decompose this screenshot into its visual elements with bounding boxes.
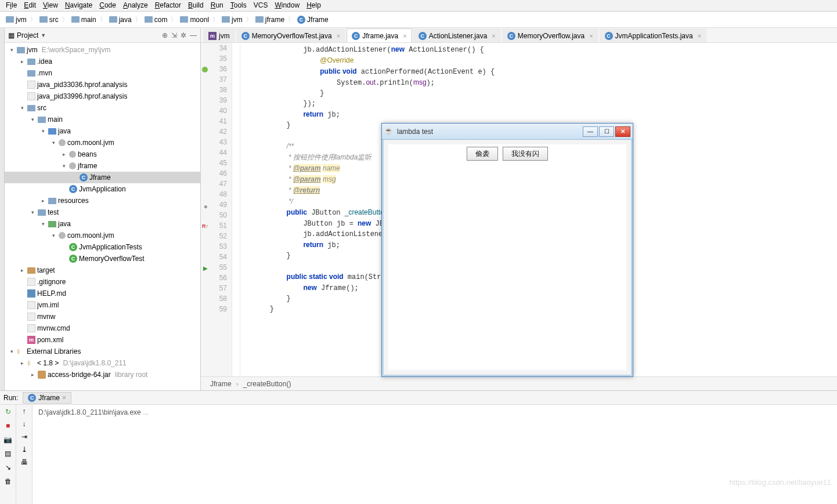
tab-ActionListener-java[interactable]: CActionListener.java× bbox=[413, 28, 501, 42]
breadcrumb-jvm[interactable]: jvm bbox=[219, 16, 245, 24]
close-button[interactable]: ✕ bbox=[615, 126, 630, 137]
minimize-button[interactable]: — bbox=[583, 126, 598, 137]
menu-analyze[interactable]: Analyze bbox=[120, 0, 151, 11]
tree-mvnw-cmd[interactable]: ▸mvnw.cmd bbox=[5, 322, 200, 334]
close-icon[interactable]: × bbox=[589, 32, 593, 39]
tree-MemoryOverflowTest[interactable]: ▸CMemoryOverflowTest bbox=[5, 253, 200, 264]
tree-resources[interactable]: ▸resources bbox=[5, 195, 200, 206]
breadcrumb-moonl[interactable]: moonl bbox=[178, 16, 211, 24]
swing-titlebar[interactable]: ☕ lambda test — ☐ ✕ bbox=[382, 124, 633, 140]
scroll-icon[interactable]: ⤓ bbox=[21, 445, 27, 454]
tree-External-Libraries[interactable]: ▾⫴External Libraries bbox=[5, 346, 200, 357]
breadcrumb-Jframe[interactable]: CJframe bbox=[295, 16, 331, 24]
pin-icon[interactable]: ↘ bbox=[3, 463, 13, 472]
tree-arrow-icon[interactable]: ▾ bbox=[8, 349, 15, 354]
wrap-icon[interactable]: ⇥ bbox=[21, 433, 27, 441]
select-opened-file-icon[interactable]: ⊕ bbox=[162, 31, 168, 39]
tree-Jframe[interactable]: ▸CJframe bbox=[5, 172, 200, 183]
tree--mvn[interactable]: ▸.mvn bbox=[5, 67, 200, 79]
tree-arrow-icon[interactable]: ▾ bbox=[19, 105, 26, 111]
tree-arrow-icon[interactable]: ▾ bbox=[50, 233, 57, 238]
tree-JvmApplication[interactable]: ▸CJvmApplication bbox=[5, 183, 200, 195]
menu-tools[interactable]: Tools bbox=[227, 0, 250, 11]
stop-icon[interactable]: ■ bbox=[3, 421, 13, 430]
tree-java[interactable]: ▾java bbox=[5, 125, 200, 137]
swing-button-1[interactable]: 偷袭 bbox=[467, 147, 498, 161]
tree-arrow-icon[interactable]: ▸ bbox=[29, 372, 36, 378]
tree-arrow-icon[interactable]: ▾ bbox=[29, 117, 36, 122]
menu-build[interactable]: Build bbox=[185, 0, 207, 11]
maximize-button[interactable]: ☐ bbox=[599, 126, 614, 137]
dump-icon[interactable]: 📷 bbox=[3, 435, 13, 444]
breadcrumb-jvm[interactable]: jvm bbox=[3, 16, 29, 24]
tree-pom-xml[interactable]: ▸mpom.xml bbox=[5, 334, 200, 346]
print-icon[interactable]: 🖶 bbox=[21, 458, 28, 466]
tab-MemoryOverflow-java[interactable]: CMemoryOverflow.java× bbox=[502, 28, 598, 42]
menu-edit[interactable]: Edit bbox=[20, 0, 39, 11]
tree-arrow-icon[interactable]: ▸ bbox=[60, 151, 67, 157]
tree-main[interactable]: ▾main bbox=[5, 114, 200, 125]
tab-MemoryOverflowTest-java[interactable]: CMemoryOverflowTest.java× bbox=[236, 28, 345, 42]
tab-JvmApplicationTests-java[interactable]: CJvmApplicationTests.java× bbox=[600, 28, 707, 42]
project-tree[interactable]: ▾jvmE:\workSpace_my\jvm▸.idea▸.mvn▸java_… bbox=[5, 43, 200, 390]
tree-access-bridge-64-jar[interactable]: ▸access-bridge-64.jarlibrary root bbox=[5, 369, 200, 380]
menu-view[interactable]: View bbox=[39, 0, 62, 11]
crumb-method[interactable]: _createButton() bbox=[243, 380, 291, 388]
tree-java_pid33996-hprof-analysis[interactable]: ▸java_pid33996.hprof.analysis bbox=[5, 90, 200, 102]
crumb-class[interactable]: Jframe bbox=[210, 380, 232, 388]
gutter-mark-icon[interactable]: ▶ bbox=[202, 265, 208, 271]
menu-navigate[interactable]: Navigate bbox=[62, 0, 96, 11]
gutter-mark-icon[interactable] bbox=[202, 67, 208, 72]
breadcrumb-jframe[interactable]: jframe bbox=[253, 16, 287, 24]
tree-com-moonl-jvm[interactable]: ▾com.moonl.jvm bbox=[5, 137, 200, 148]
tree-arrow-icon[interactable]: ▾ bbox=[50, 140, 57, 146]
tree-jvm[interactable]: ▾jvmE:\workSpace_my\jvm bbox=[5, 44, 200, 56]
tree-JvmApplicationTests[interactable]: ▸CJvmApplicationTests bbox=[5, 241, 200, 253]
tree-arrow-icon[interactable]: ▾ bbox=[60, 163, 67, 169]
tree--idea[interactable]: ▸.idea bbox=[5, 56, 200, 67]
breadcrumb-main[interactable]: main bbox=[69, 16, 99, 24]
menu-vcs[interactable]: VCS bbox=[250, 0, 272, 11]
tree-arrow-icon[interactable]: ▸ bbox=[19, 267, 26, 273]
tab-jvm[interactable]: mjvm bbox=[203, 28, 235, 42]
swing-button-2[interactable]: 我没有闪 bbox=[503, 147, 548, 161]
gutter-mark-icon[interactable]: ● bbox=[202, 202, 208, 208]
up-icon[interactable]: ↑ bbox=[23, 407, 26, 415]
tree--1-8-[interactable]: ▸⫴< 1.8 >D:\java\jdk1.8.0_211 bbox=[5, 357, 200, 369]
tree-arrow-icon[interactable]: ▸ bbox=[19, 59, 26, 64]
layout-icon[interactable]: ▤ bbox=[3, 449, 13, 458]
chevron-down-icon[interactable]: ▼ bbox=[41, 32, 46, 38]
hide-icon[interactable]: — bbox=[190, 31, 197, 39]
tree-src[interactable]: ▾src bbox=[5, 102, 200, 114]
fold-column[interactable] bbox=[240, 43, 248, 376]
trash-icon[interactable]: 🗑 bbox=[3, 477, 13, 486]
close-icon[interactable]: × bbox=[492, 32, 495, 39]
tree-jvm-iml[interactable]: ▸jvm.iml bbox=[5, 299, 200, 311]
tree-java[interactable]: ▾java bbox=[5, 218, 200, 230]
collapse-all-icon[interactable]: ⇲ bbox=[171, 31, 177, 39]
tab-Jframe-java[interactable]: CJframe.java× bbox=[347, 28, 412, 42]
close-icon[interactable]: × bbox=[337, 32, 340, 39]
breadcrumb-java[interactable]: java bbox=[107, 16, 134, 24]
gutter-mark-icon[interactable]: R↑ bbox=[202, 223, 208, 229]
close-icon[interactable]: × bbox=[403, 32, 406, 39]
tree-target[interactable]: ▸target bbox=[5, 264, 200, 276]
tree-arrow-icon[interactable]: ▾ bbox=[39, 221, 46, 227]
tree-arrow-icon[interactable]: ▾ bbox=[39, 128, 46, 134]
tree-com-moonl-jvm[interactable]: ▾com.moonl.jvm bbox=[5, 230, 200, 241]
project-title[interactable]: Project bbox=[17, 31, 38, 39]
tree-arrow-icon[interactable]: ▾ bbox=[29, 209, 36, 215]
close-icon[interactable]: × bbox=[698, 32, 701, 39]
tree-arrow-icon[interactable]: ▸ bbox=[19, 360, 26, 366]
tree-java_pid33036-hprof-analysis[interactable]: ▸java_pid33036.hprof.analysis bbox=[5, 79, 200, 90]
menu-help[interactable]: Help bbox=[303, 0, 324, 11]
settings-icon[interactable]: ✲ bbox=[181, 31, 186, 39]
tree-HELP-md[interactable]: ▸HELP.md bbox=[5, 288, 200, 299]
tree-beans[interactable]: ▸beans bbox=[5, 148, 200, 160]
menu-file[interactable]: File bbox=[2, 0, 20, 11]
menu-window[interactable]: Window bbox=[271, 0, 303, 11]
tree-jframe[interactable]: ▾jframe bbox=[5, 160, 200, 172]
tree-arrow-icon[interactable]: ▸ bbox=[39, 198, 46, 204]
menu-refactor[interactable]: Refactor bbox=[151, 0, 185, 11]
tree-mvnw[interactable]: ▸mvnw bbox=[5, 311, 200, 322]
